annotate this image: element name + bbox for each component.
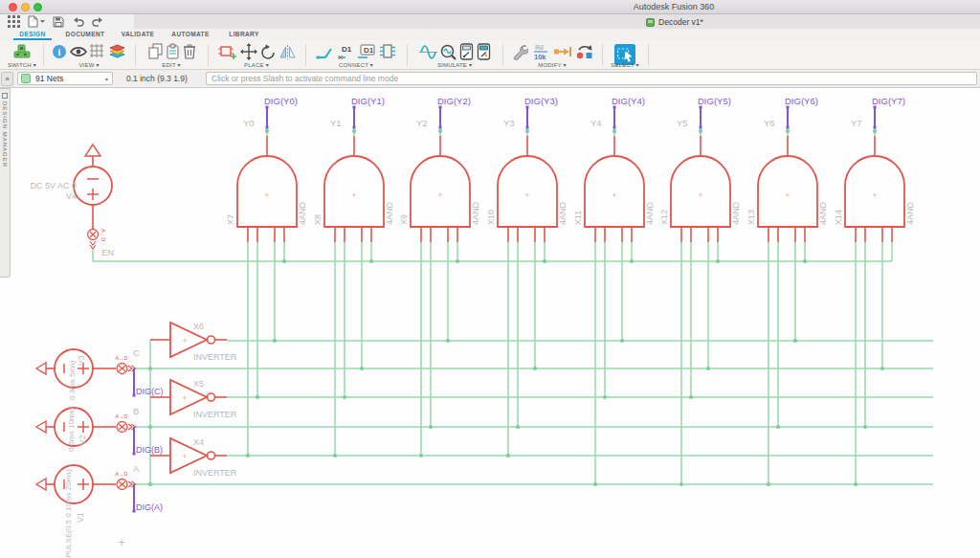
svg-text:Y3: Y3 [503, 118, 515, 128]
file-new-icon[interactable] [28, 15, 45, 28]
svg-text:X6: X6 [193, 322, 204, 331]
tab-document[interactable]: DOCUMENT [63, 29, 107, 40]
source-V2[interactable]: A→DBDIG(B)V20 5ms 10ms) [36, 406, 163, 456]
net-class-dropdown[interactable]: 91 Nets ▾ [17, 72, 113, 85]
tab-design[interactable]: DESIGN [13, 29, 52, 40]
and-gate-X13[interactable]: Y6DIG(Y6)+X134AND [746, 96, 828, 486]
and-gate-X8[interactable]: Y1DIG(Y1)+X84AND [313, 96, 394, 458]
save-icon[interactable] [53, 16, 64, 28]
tab-automate[interactable]: AUTOMATE [169, 29, 212, 40]
place-part-icon[interactable] [218, 43, 237, 60]
zoom-window-button[interactable] [33, 3, 42, 11]
svg-text:EN: EN [101, 247, 114, 257]
swap-part-icon[interactable] [553, 45, 572, 58]
voltmeter-icon[interactable] [477, 43, 491, 60]
group-label-switch[interactable]: SWITCH ▾ [2, 61, 42, 68]
group-label-select[interactable]: SELECT ▾ [603, 61, 647, 68]
minimize-window-button[interactable] [21, 3, 30, 11]
group-label-modify[interactable]: MODIFY ▾ [503, 61, 601, 68]
app-bar: Decoder v1* [0, 14, 980, 29]
svg-text:Y1: Y1 [330, 118, 342, 128]
expand-panel-button[interactable]: » [1, 72, 13, 86]
document-tab[interactable]: Decoder v1* [622, 15, 727, 29]
paste-icon[interactable] [166, 43, 180, 59]
ribbon-toolbar: SWITCH ▾iVIEW ▾EDIT ▾PLACE ▾D1D1CONNECT … [0, 40, 980, 70]
rotate-icon[interactable] [260, 44, 277, 59]
and-gate-X14[interactable]: Y7DIG(Y7)+X144AND [834, 96, 915, 486]
part-connector-icon[interactable] [379, 43, 396, 59]
chevron-down-icon: ▾ [105, 76, 108, 82]
eye-icon[interactable] [70, 45, 87, 58]
wire-icon[interactable] [316, 44, 334, 59]
svg-text:X11: X11 [573, 211, 583, 225]
group-simulate: SIMULATE ▾ [408, 40, 501, 69]
and-gate-X9[interactable]: Y2DIG(Y2)+X94AND [399, 96, 480, 458]
inverter-X6[interactable]: +X6INVERTER [150, 322, 237, 362]
source-V1[interactable]: A→DADIG(A)V1PULSE(0 5 0 10ms 20ms) [36, 463, 163, 558]
svg-text:INVERTER: INVERTER [193, 468, 237, 478]
svg-text:V4: V4 [66, 191, 77, 201]
svg-text:i: i [58, 47, 61, 57]
command-line-input[interactable] [206, 72, 977, 85]
svg-text:V3: V3 [77, 355, 86, 366]
waveform-icon[interactable] [419, 45, 437, 59]
redo-icon[interactable] [92, 16, 104, 27]
and-gate-X7[interactable]: Y0DIG(Y0)+X74AND [226, 96, 307, 458]
mirror-icon[interactable] [279, 45, 296, 59]
group-label-edit[interactable]: EDIT ▾ [136, 61, 207, 68]
group-label-place[interactable]: PLACE ▾ [209, 61, 304, 68]
inverter-X4[interactable]: +X4INVERTER [150, 437, 237, 478]
svg-text:+: + [351, 190, 356, 200]
svg-text:X9: X9 [399, 214, 409, 225]
net-label-icon[interactable]: D1 [337, 44, 354, 59]
svg-text:DC 5V AC 0: DC 5V AC 0 [30, 181, 77, 190]
schematic-drawing[interactable]: Y0DIG(Y0)+X74ANDY1DIG(Y1)+X84ANDY2DIG(Y2… [0, 88, 980, 558]
schematic-canvas[interactable]: Y0DIG(Y0)+X74ANDY1DIG(Y1)+X84ANDY2DIG(Y2… [0, 88, 980, 558]
tab-validate[interactable]: VALIDATE [119, 29, 157, 40]
layers-icon[interactable] [108, 43, 126, 59]
info-icon[interactable]: i [52, 44, 67, 59]
svg-text:A: A [133, 463, 140, 474]
source-V3[interactable]: A→DCDIG(C)V30 3ms 5ms) [36, 347, 164, 400]
svg-text:INVERTER: INVERTER [193, 352, 237, 362]
svg-text:DIG(Y3): DIG(Y3) [524, 96, 558, 106]
group-label-view[interactable]: VIEW ▾ [44, 61, 134, 68]
svg-text:Y5: Y5 [677, 118, 688, 128]
and-gate-X10[interactable]: Y3DIG(Y3)+X104AND [486, 96, 568, 458]
svg-text:DIG(Y2): DIG(Y2) [437, 96, 471, 106]
and-gate-X11[interactable]: Y4DIG(Y4)+X114AND [573, 96, 655, 486]
power-source-V4[interactable]: DC 5V AC 0V4A→DEN [30, 145, 114, 261]
svg-text:INVERTER: INVERTER [193, 410, 237, 419]
replace-value-icon[interactable]: R210k [531, 43, 550, 60]
wrench-icon[interactable] [511, 43, 528, 60]
svg-text:X13: X13 [746, 210, 756, 225]
and-gate-X12[interactable]: Y5DIG(Y5)+X124AND [659, 96, 741, 486]
multimeter-icon[interactable] [459, 43, 474, 60]
origin-marker[interactable]: + [118, 535, 125, 549]
undo-icon[interactable] [72, 16, 84, 27]
delete-icon[interactable] [183, 43, 196, 59]
copy-icon[interactable] [147, 43, 163, 59]
inverter-X5[interactable]: +X5INVERTER [150, 379, 237, 419]
svg-text:X10: X10 [486, 210, 496, 225]
switch-board-icon[interactable] [12, 43, 32, 59]
probe-icon[interactable] [440, 44, 457, 60]
svg-text:+: + [182, 336, 187, 346]
quick-access-toolbar [0, 14, 134, 29]
tab-library[interactable]: LIBRARY [226, 29, 262, 40]
net-name-icon[interactable]: D1 [357, 44, 376, 59]
svg-text:4AND: 4AND [385, 201, 394, 225]
group-label-connect[interactable]: CONNECT ▾ [306, 61, 406, 68]
svg-text:Y0: Y0 [243, 118, 255, 128]
net-wires[interactable] [93, 261, 933, 486]
close-window-button[interactable] [9, 3, 17, 11]
move-icon[interactable] [240, 43, 257, 60]
group-label-simulate[interactable]: SIMULATE ▾ [408, 61, 501, 68]
design-manager-tab[interactable]: DESIGN MANAGER [0, 88, 11, 278]
rotate-group-icon[interactable] [575, 44, 594, 60]
net-class-value: 91 Nets [35, 74, 63, 83]
svg-text:A→D: A→D [115, 413, 127, 419]
grid-icon[interactable] [90, 44, 105, 59]
apps-grid-icon[interactable] [8, 15, 20, 28]
svg-text:+: + [264, 190, 269, 200]
